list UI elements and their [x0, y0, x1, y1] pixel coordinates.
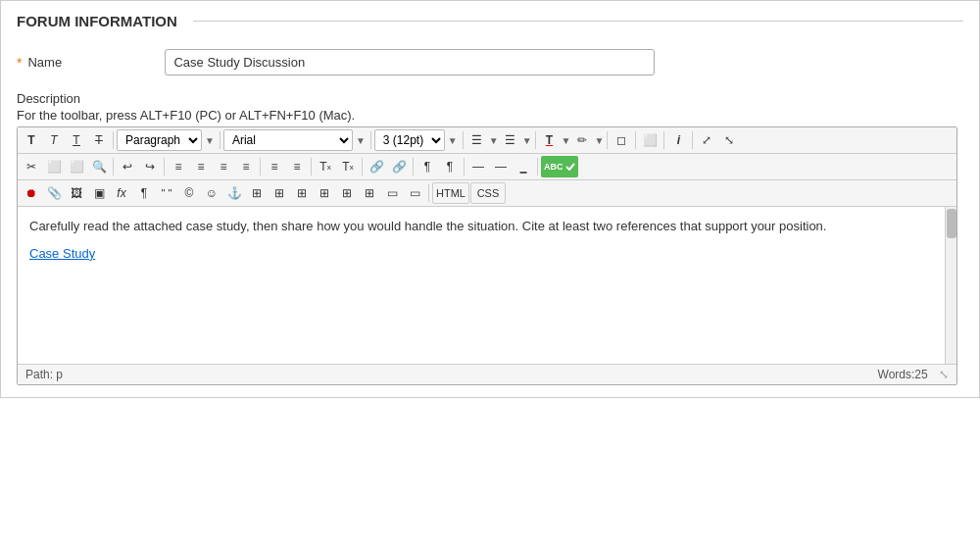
toolbar-indent-less[interactable]: ≡ [264, 156, 285, 177]
format-select[interactable]: Paragraph Heading 1 Heading 2 [117, 129, 202, 151]
toolbar-unordered-list[interactable]: ☰ [466, 129, 488, 151]
toolbar-align-left[interactable]: ≡ [168, 156, 189, 177]
toolbar-subscript[interactable]: Tx [337, 156, 359, 177]
toolbar-collapse[interactable]: ⤡ [718, 129, 740, 151]
toolbar-row-1: T T T T Paragraph Heading 1 Heading 2 ▼ … [18, 127, 956, 154]
resize-handle-icon: ⤡ [939, 368, 949, 381]
toolbar-anchor[interactable]: ⚓ [223, 182, 245, 204]
toolbar-html[interactable]: HTML [432, 182, 469, 204]
toolbar-sep-1 [113, 131, 114, 149]
description-label: Description [17, 91, 963, 106]
toolbar-sep-6 [607, 131, 608, 149]
toolbar-nonbreak-paragraph[interactable]: ¶ [133, 182, 155, 204]
toolbar-table-cell[interactable]: ⊞ [314, 182, 335, 204]
toolbar-align-justify[interactable]: ≡ [235, 156, 257, 177]
toolbar-insert-media[interactable]: ⬜ [639, 129, 661, 151]
toolbar-bold[interactable]: T [21, 129, 42, 151]
ol-arrow: ▼ [522, 135, 532, 146]
editor-content-area[interactable]: Carefully read the attached case study, … [18, 207, 945, 364]
toolbar-info[interactable]: i [667, 129, 689, 151]
toolbar-css[interactable]: CSS [470, 182, 506, 204]
toolbar-table-col[interactable]: ⊞ [269, 182, 290, 204]
toolbar-row-3: ⏺ 📎 🖼 ▣ fx ¶ " " © ☺ ⚓ ⊞ ⊞ ⊞ ⊞ ⊞ ⊞ ▭ ▭ H… [18, 180, 956, 207]
font-arrow: ▼ [356, 135, 366, 146]
toolbar-clear-format[interactable]: ◻ [611, 129, 632, 151]
toolbar-sep-5 [535, 131, 536, 149]
toolbar-table-cell-props[interactable]: ⊞ [336, 182, 358, 204]
toolbar-attach[interactable]: 📎 [43, 182, 65, 204]
toolbar-strikethrough[interactable]: T [88, 129, 110, 151]
toolbar-sep-12 [260, 158, 261, 175]
toolbar-indent-more[interactable]: ≡ [286, 156, 308, 177]
size-arrow: ▼ [448, 135, 458, 146]
rich-text-editor[interactable]: T T T T Paragraph Heading 1 Heading 2 ▼ … [17, 126, 957, 385]
toolbar-italic[interactable]: T [43, 129, 65, 151]
toolbar-spellcheck[interactable]: ABC [541, 156, 578, 177]
hl-arrow: ▼ [594, 135, 604, 146]
ul-arrow: ▼ [489, 135, 499, 146]
toolbar-sep-9 [692, 131, 693, 149]
toolbar-sep-3 [370, 131, 371, 149]
toolbar-table-del[interactable]: ⊞ [359, 182, 380, 204]
toolbar-link[interactable]: 🔗 [366, 156, 387, 177]
toolbar-fullscreen[interactable]: ⤢ [696, 129, 717, 151]
toolbar-underline[interactable]: T [66, 129, 87, 151]
name-input[interactable] [165, 49, 655, 75]
toolbar-sep-10 [113, 158, 114, 175]
toolbar-superscript[interactable]: Tx [315, 156, 336, 177]
format-arrow: ▼ [205, 135, 215, 146]
section-divider [193, 21, 963, 22]
toolbar-sep-2 [220, 131, 220, 149]
toolbar-align-right[interactable]: ≡ [213, 156, 234, 177]
toolbar-highlight[interactable]: ✏ [571, 129, 593, 151]
toolbar-hr-long[interactable]: — [490, 156, 512, 177]
toolbar-undo[interactable]: ↩ [117, 156, 138, 177]
editor-footer: Path: p Words:25 ⤡ [18, 364, 956, 384]
toolbar-underline-char[interactable]: ‗ [513, 156, 534, 177]
editor-scrollbar[interactable] [945, 207, 956, 364]
name-field-row: * Name [17, 49, 963, 75]
name-label: Name [27, 55, 165, 70]
toolbar-align-center[interactable]: ≡ [190, 156, 212, 177]
required-star: * [17, 55, 22, 71]
toolbar-sep-16 [464, 158, 465, 175]
toolbar-paste[interactable]: ⬜ [66, 156, 87, 177]
toolbar-embed[interactable]: ▣ [88, 182, 110, 204]
toolbar-copy[interactable]: ⬜ [43, 156, 65, 177]
fc-arrow: ▼ [562, 135, 571, 146]
toolbar-redo[interactable]: ↪ [139, 156, 161, 177]
font-select[interactable]: Arial Times New Roman Courier New [223, 129, 353, 151]
toolbar-rect2[interactable]: ▭ [404, 182, 425, 204]
case-study-link[interactable]: Case Study [29, 246, 95, 261]
toolbar-insert-image[interactable]: 🖼 [66, 182, 87, 204]
section-header: FORUM INFORMATION [17, 13, 963, 29]
toolbar-record[interactable]: ⏺ [21, 182, 42, 204]
editor-paragraph: Carefully read the attached case study, … [29, 217, 933, 236]
toolbar-sep-8 [663, 131, 664, 149]
toolbar-table-row[interactable]: ⊞ [291, 182, 313, 204]
toolbar-row-2: ✂ ⬜ ⬜ 🔍 ↩ ↪ ≡ ≡ ≡ ≡ ≡ ≡ Tx Tx 🔗 🔗 ¶ ¶ — [18, 154, 956, 180]
words-count: Words:25 [878, 368, 928, 381]
size-select[interactable]: 3 (12pt) 1 (8pt) 2 (10pt) 4 (14pt) [374, 129, 445, 151]
toolbar-sep-15 [413, 158, 414, 175]
toolbar-table[interactable]: ⊞ [246, 182, 268, 204]
toolbar-font-color[interactable]: T [539, 129, 561, 151]
toolbar-sep-4 [463, 131, 464, 149]
editor-body: Carefully read the attached case study, … [18, 207, 956, 364]
toolbar-sep-13 [311, 158, 312, 175]
toolbar-unlink[interactable]: 🔗 [388, 156, 410, 177]
toolbar-search[interactable]: 🔍 [88, 156, 110, 177]
toolbar-cut[interactable]: ✂ [21, 156, 42, 177]
toolbar-ltr[interactable]: ¶ [439, 156, 461, 177]
toolbar-rtl[interactable]: ¶ [416, 156, 438, 177]
toolbar-hint: For the toolbar, press ALT+F10 (PC) or A… [17, 108, 963, 123]
toolbar-rect1[interactable]: ▭ [381, 182, 403, 204]
toolbar-ordered-list[interactable]: ☰ [500, 129, 521, 151]
scroll-thumb[interactable] [947, 209, 956, 238]
toolbar-function[interactable]: fx [111, 182, 132, 204]
toolbar-hr-short[interactable]: — [467, 156, 489, 177]
toolbar-blockquote[interactable]: " " [156, 182, 177, 204]
toolbar-emoticon[interactable]: ☺ [201, 182, 222, 204]
description-section: Description For the toolbar, press ALT+F… [17, 91, 963, 123]
toolbar-copyright[interactable]: © [178, 182, 200, 204]
